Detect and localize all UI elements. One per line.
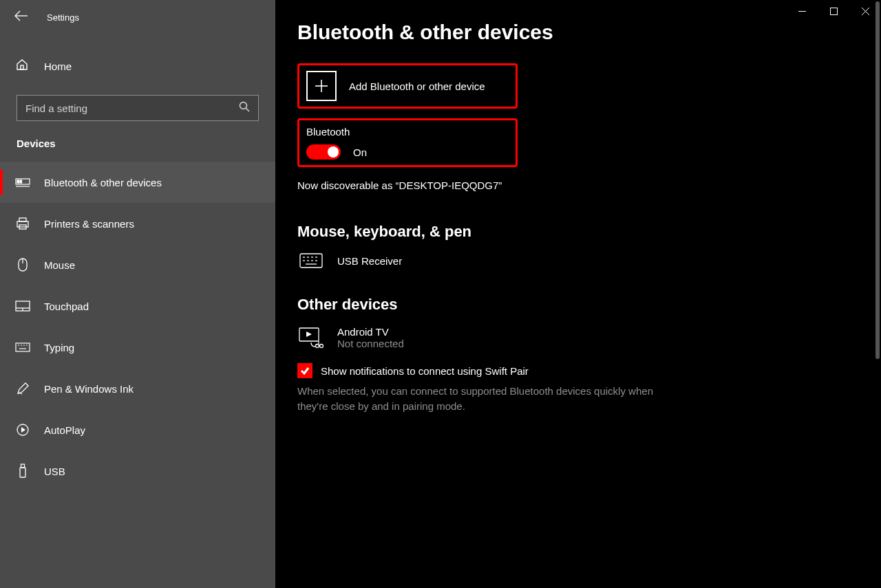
sidebar-item-mouse[interactable]: Mouse [0, 244, 275, 285]
touchpad-icon [15, 301, 30, 312]
usb-icon [15, 464, 30, 479]
sidebar-item-typing[interactable]: Typing [0, 327, 275, 368]
highlight-add-device: Add Bluetooth or other device [297, 63, 518, 109]
scrollbar[interactable] [875, 1, 880, 359]
discoverable-text: Now discoverable as “DESKTOP-IEQQDG7” [297, 179, 881, 191]
plus-icon [306, 71, 337, 101]
page-title: Bluetooth & other devices [297, 21, 881, 44]
sidebar-item-label: Typing [44, 342, 74, 353]
mouse-keyboard-pen-heading: Mouse, keyboard, & pen [297, 223, 881, 241]
home-icon [15, 58, 29, 74]
bluetooth-label: Bluetooth [306, 126, 509, 138]
svg-point-45 [320, 345, 323, 348]
svg-marker-43 [306, 331, 312, 337]
svg-rect-1 [830, 8, 837, 14]
swift-pair-label: Show notifications to connect using Swif… [321, 365, 529, 377]
device-name: Android TV [337, 326, 404, 338]
keyboard-icon [297, 253, 325, 268]
sidebar-item-label: Bluetooth & other devices [44, 177, 162, 188]
svg-rect-29 [21, 464, 25, 468]
svg-rect-10 [20, 180, 22, 183]
add-device-label: Add Bluetooth or other device [349, 80, 485, 92]
sidebar-item-label: Pen & Windows Ink [44, 383, 134, 395]
sidebar-item-label: USB [44, 466, 65, 477]
sidebar-item-label: Mouse [44, 259, 75, 271]
svg-line-7 [246, 109, 250, 112]
back-button[interactable] [14, 10, 29, 24]
sidebar-item-touchpad[interactable]: Touchpad [0, 285, 275, 327]
svg-point-6 [240, 102, 247, 109]
sidebar-item-usb[interactable]: USB [0, 450, 275, 492]
sidebar-item-bluetooth[interactable]: Bluetooth & other devices [0, 162, 275, 203]
bluetooth-state: On [353, 146, 367, 158]
main-content: Bluetooth & other devices Add Bluetooth … [275, 0, 881, 588]
other-devices-heading: Other devices [297, 296, 881, 314]
sidebar-item-pen[interactable]: Pen & Windows Ink [0, 368, 275, 409]
search-input[interactable] [25, 102, 227, 114]
device-android-tv[interactable]: Android TV Not connected [297, 326, 881, 349]
minimize-button[interactable] [786, 0, 818, 22]
sidebar-item-printers[interactable]: Printers & scanners [0, 203, 275, 244]
sidebar-item-label: Touchpad [44, 301, 89, 312]
bluetooth-devices-icon [15, 176, 30, 188]
svg-rect-13 [19, 218, 26, 221]
device-name: USB Receiver [337, 255, 402, 267]
sidebar: Settings Home Devices Bluetooth & oth [0, 0, 275, 588]
home-nav[interactable]: Home [0, 50, 275, 83]
add-device-button[interactable]: Add Bluetooth or other device [306, 71, 509, 101]
svg-rect-9 [17, 180, 19, 183]
autoplay-icon [15, 423, 30, 437]
svg-rect-20 [16, 343, 30, 351]
svg-point-44 [316, 345, 319, 348]
sidebar-item-label: AutoPlay [44, 424, 85, 436]
media-device-icon [297, 327, 325, 348]
home-label: Home [44, 61, 72, 72]
swift-pair-checkbox[interactable] [297, 363, 312, 378]
search-box[interactable] [17, 95, 259, 121]
sidebar-item-label: Printers & scanners [44, 218, 134, 230]
svg-marker-27 [21, 427, 25, 433]
svg-rect-28 [20, 468, 25, 477]
device-status: Not connected [337, 338, 404, 349]
search-icon [239, 101, 250, 115]
keyboard-icon [15, 342, 30, 352]
sidebar-item-autoplay[interactable]: AutoPlay [0, 409, 275, 450]
mouse-icon [15, 257, 30, 272]
swift-pair-description: When selected, you can connect to suppor… [297, 384, 683, 414]
device-usb-receiver[interactable]: USB Receiver [297, 253, 881, 268]
window-controls [786, 0, 881, 22]
window-title: Settings [47, 12, 79, 23]
close-button[interactable] [849, 0, 881, 22]
svg-rect-5 [21, 65, 23, 69]
sidebar-section-label: Devices [0, 138, 275, 149]
bluetooth-toggle[interactable] [306, 144, 341, 160]
maximize-button[interactable] [818, 0, 849, 22]
highlight-bluetooth-toggle: Bluetooth On [297, 118, 518, 167]
pen-icon [15, 382, 30, 395]
printer-icon [15, 217, 30, 230]
